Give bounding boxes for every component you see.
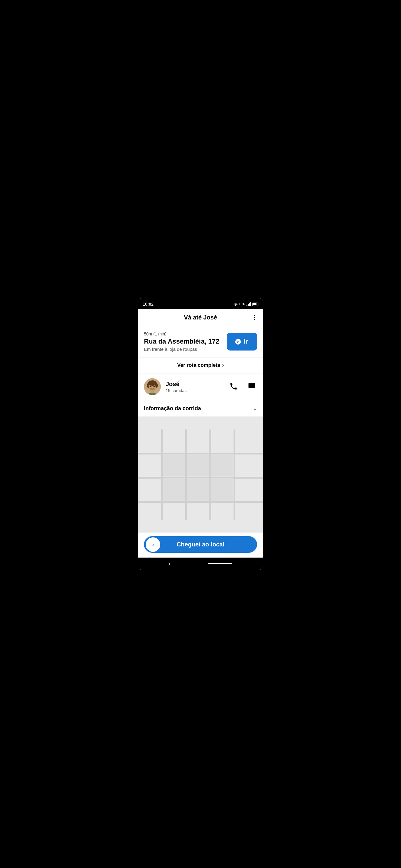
arrived-button[interactable]: › Cheguei ao local — [144, 536, 257, 553]
avatar-image — [144, 378, 161, 395]
go-button[interactable]: Ir — [227, 333, 257, 350]
street-address: Rua da Assembléia, 172 — [144, 338, 222, 345]
svg-point-7 — [147, 383, 149, 388]
page-title: Vá até José — [184, 314, 217, 321]
ride-info-section[interactable]: Informação da corrida ⌄ — [138, 400, 263, 417]
call-button[interactable] — [228, 381, 239, 393]
svg-point-11 — [150, 388, 155, 390]
svg-point-0 — [236, 343, 237, 344]
signal-icon — [247, 302, 251, 306]
back-button[interactable]: ‹ — [169, 561, 170, 567]
passenger-actions — [228, 381, 257, 393]
status-icons: LTE — [233, 302, 258, 306]
view-full-route-button[interactable]: Ver rota completa › — [138, 358, 263, 373]
svg-point-10 — [153, 386, 155, 387]
go-button-label: Ir — [244, 338, 248, 345]
chevron-down-icon: ⌄ — [253, 405, 257, 412]
dot-3 — [254, 319, 255, 320]
arrived-circle-icon: › — [146, 537, 160, 552]
svg-rect-12 — [249, 383, 255, 388]
app-content: Vá até José 50m (1 min) Rua da Assembléi… — [138, 309, 263, 558]
battery-icon — [252, 303, 258, 306]
route-link-label: Ver rota completa — [177, 362, 220, 368]
network-type-label: LTE — [239, 302, 245, 306]
route-link-chevron-icon: › — [222, 362, 224, 368]
dot-1 — [254, 315, 255, 316]
svg-point-8 — [155, 383, 158, 388]
map-svg — [138, 417, 263, 532]
more-options-button[interactable] — [252, 313, 257, 322]
address-section: 50m (1 min) Rua da Assembléia, 172 Em fr… — [138, 326, 263, 358]
svg-point-9 — [150, 386, 151, 387]
phone-frame: 10:02 LTE Vá at — [138, 299, 263, 569]
svg-point-6 — [148, 380, 156, 386]
bottom-nav: ‹ — [138, 558, 263, 569]
ride-info-label: Informação da corrida — [144, 405, 201, 412]
arrived-chevron-icon: › — [152, 541, 154, 548]
home-indicator[interactable] — [208, 563, 232, 564]
svg-rect-24 — [163, 478, 185, 501]
passenger-rides: 15 corridas — [166, 388, 228, 393]
address-info: 50m (1 min) Rua da Assembléia, 172 Em fr… — [144, 332, 222, 352]
eta-label: 50m (1 min) — [144, 332, 222, 336]
svg-point-1 — [239, 339, 240, 341]
navigate-icon — [235, 338, 241, 345]
passenger-name: José — [166, 381, 228, 388]
passenger-section: José 15 corridas — [138, 373, 263, 400]
svg-rect-22 — [187, 454, 209, 476]
map-area — [138, 417, 263, 532]
svg-rect-23 — [211, 454, 233, 476]
status-time: 10:02 — [143, 302, 153, 307]
bottom-cta: › Cheguei ao local — [138, 532, 263, 558]
wifi-icon — [233, 302, 238, 306]
status-bar: 10:02 LTE — [138, 299, 263, 309]
phone-icon — [229, 382, 238, 391]
arrived-button-label: Cheguei ao local — [150, 541, 251, 548]
message-button[interactable] — [246, 381, 257, 393]
svg-rect-26 — [211, 478, 233, 501]
chat-icon — [248, 382, 256, 391]
header: Vá até José — [138, 309, 263, 326]
svg-rect-21 — [163, 454, 185, 476]
passenger-info: José 15 corridas — [166, 381, 228, 393]
svg-rect-25 — [187, 478, 209, 501]
address-hint: Em frente à loja de roupas — [144, 347, 222, 352]
avatar — [144, 378, 161, 395]
dot-2 — [254, 317, 255, 318]
